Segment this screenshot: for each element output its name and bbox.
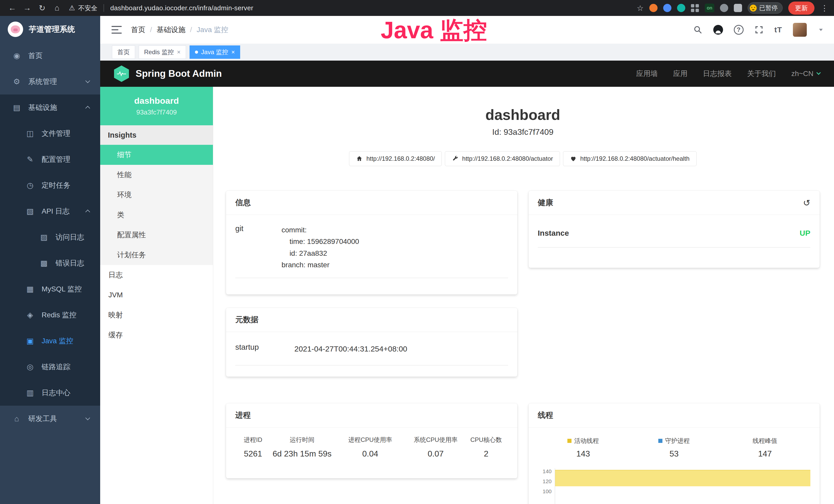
threads-legend: 活动线程 143 守护进程 53 线程峰值 — [538, 429, 811, 459]
sidebar-item-api-logs[interactable]: ▧ API 日志 — [0, 198, 100, 224]
sidebar-item-system-mgmt[interactable]: ⚙ 系统管理 — [0, 69, 100, 94]
instance-id: 93a3fc7f7409 — [136, 108, 177, 116]
metadata-row: startup 2021-04-27T00:44:31.254+08:00 — [235, 334, 508, 365]
health-heart-icon — [570, 155, 577, 162]
y-tick: 100 — [543, 488, 551, 495]
site-security[interactable]: ⚠ 不安全 — [69, 4, 97, 12]
sba-item-metrics[interactable]: 性能 — [100, 165, 213, 185]
extension-icon[interactable] — [663, 4, 672, 12]
breadcrumb-home[interactable]: 首页 — [131, 25, 146, 35]
emoji-face-icon — [750, 5, 757, 12]
actuator-url-button[interactable]: http://192.168.0.2:48080/actuator — [445, 151, 560, 166]
column-header: 运行时间 — [271, 429, 333, 444]
extension-icon[interactable] — [677, 4, 685, 12]
fullscreen-icon[interactable] — [754, 25, 764, 35]
legend-label: 线程峰值 — [752, 437, 777, 445]
y-tick: 120 — [543, 478, 551, 484]
nav-applications[interactable]: 应用 — [673, 69, 687, 78]
nav-wallboard[interactable]: 应用墙 — [636, 69, 658, 78]
sba-item-mappings[interactable]: 映射 — [100, 305, 213, 325]
column-header: 系统CPU使用率 — [407, 429, 464, 444]
avatar-caret-icon[interactable] — [819, 29, 823, 31]
tab-home[interactable]: 首页 — [112, 45, 135, 59]
browser-menu-icon[interactable]: ⋮ — [821, 4, 828, 13]
instance-name: dashboard — [134, 96, 179, 106]
sidebar-item-access-logs[interactable]: ▨ 访问日志 — [0, 224, 100, 250]
chevron-down-icon — [816, 71, 821, 75]
nav-about[interactable]: 关于我们 — [747, 69, 776, 78]
sidebar-item-home[interactable]: ◉ 首页 — [0, 43, 100, 69]
reload-icon[interactable]: ↻ — [36, 3, 49, 13]
chevron-up-icon — [85, 209, 90, 214]
forward-icon[interactable]: → — [21, 3, 34, 13]
breadcrumb-separator: / — [150, 26, 152, 34]
sba-instance-header[interactable]: dashboard 93a3fc7f7409 — [100, 87, 213, 125]
sba-item-scheduled-tasks[interactable]: 计划任务 — [100, 245, 213, 265]
sba-item-configprops[interactable]: 配置属性 — [100, 225, 213, 245]
health-url-button[interactable]: http://192.168.0.2:48080/actuator/health — [563, 151, 697, 166]
extensions-puzzle-icon[interactable] — [734, 4, 742, 12]
address-bar[interactable]: dashboard.yudao.iocoder.cn/infra/admin-s… — [110, 4, 253, 12]
sidebar-item-dev-tools[interactable]: ⌂ 研发工具 — [0, 406, 100, 432]
sidebar-item-cron-jobs[interactable]: ◷ 定时任务 — [0, 172, 100, 198]
extension-icon[interactable] — [720, 4, 728, 12]
tab-redis-monitor[interactable]: Redis 监控 × — [139, 45, 186, 59]
sidebar-item-java-monitor[interactable]: ▣ Java 监控 — [0, 328, 100, 354]
sidebar-item-config-mgmt[interactable]: ✎ 配置管理 — [0, 146, 100, 172]
log-center-icon: ▥ — [25, 388, 35, 397]
chart-y-axis: 140 120 100 — [538, 468, 555, 504]
sba-item-caches[interactable]: 缓存 — [100, 325, 213, 345]
sba-item-details[interactable]: 细节 — [100, 145, 213, 165]
instance-url-button[interactable]: http://192.168.0.2:48080/ — [349, 151, 442, 166]
help-icon[interactable]: ? — [734, 25, 744, 35]
sba-item-logs[interactable]: 日志 — [100, 265, 213, 285]
dashboard-icon: ◉ — [12, 51, 22, 60]
card-title: 线程 — [538, 410, 553, 420]
language-select[interactable]: zh~CN — [791, 70, 820, 78]
chevron-down-icon — [85, 78, 90, 83]
bookmark-star-icon[interactable]: ☆ — [637, 4, 644, 13]
extension-icon[interactable] — [649, 4, 658, 12]
sidebar-item-log-center[interactable]: ▥ 日志中心 — [0, 380, 100, 406]
app-logo[interactable]: 芋道管理系统 — [0, 16, 100, 43]
breadcrumb-infrastructure[interactable]: 基础设施 — [157, 25, 185, 35]
extension-grid-icon[interactable] — [691, 4, 699, 12]
metadata-value: 2021-04-27T00:44:31.254+08:00 — [294, 343, 408, 356]
close-icon[interactable]: × — [177, 48, 180, 56]
extension-on-badge[interactable]: on — [705, 4, 714, 12]
sba-item-classes[interactable]: 类 — [100, 205, 213, 225]
legend-item: 线程峰值 147 — [720, 437, 810, 459]
legend-value: 147 — [720, 449, 810, 459]
close-icon[interactable]: × — [231, 48, 235, 56]
history-icon[interactable]: ↺ — [803, 199, 811, 207]
sidebar-item-label: Redis 监控 — [42, 310, 76, 320]
sba-item-environment[interactable]: 环境 — [100, 185, 213, 205]
sidebar-item-label: API 日志 — [42, 206, 70, 216]
active-threads-area-series — [555, 470, 811, 486]
nav-journal[interactable]: 日志报表 — [703, 69, 732, 78]
sba-nav: 应用墙 应用 日志报表 关于我们 zh~CN — [636, 69, 820, 78]
search-icon[interactable] — [693, 25, 702, 35]
update-button[interactable]: 更新 — [788, 2, 814, 15]
sidebar-item-file-mgmt[interactable]: ◫ 文件管理 — [0, 120, 100, 146]
sidebar-item-label: 日志中心 — [42, 388, 70, 398]
sba-item-jvm[interactable]: JVM — [100, 285, 213, 305]
tab-java-monitor[interactable]: Java 监控 × — [190, 45, 240, 59]
sidebar-item-infrastructure[interactable]: ▤ 基础设施 — [0, 94, 100, 120]
hamburger-icon[interactable] — [111, 26, 122, 33]
github-icon[interactable] — [713, 25, 723, 35]
gear-icon: ⚙ — [12, 77, 22, 86]
sidebar-item-error-logs[interactable]: ▩ 错误日志 — [0, 250, 100, 276]
sba-sidebar: dashboard 93a3fc7f7409 Insights 细节 性能 环境… — [100, 87, 213, 504]
tag-tabs: 首页 Redis 监控 × Java 监控 × — [100, 44, 834, 61]
sidebar-item-redis-monitor[interactable]: ◈ Redis 监控 — [0, 302, 100, 328]
paused-badge[interactable]: 已暂停 — [748, 2, 783, 14]
info-card: 信息 git commit: time: 1596289704000 id: 2… — [226, 191, 517, 295]
back-icon[interactable]: ← — [6, 3, 19, 13]
avatar[interactable] — [793, 23, 807, 37]
legend-swatch-daemon-threads — [658, 439, 662, 443]
font-size-icon[interactable]: tT — [774, 25, 782, 34]
sidebar-item-trace[interactable]: ◎ 链路追踪 — [0, 354, 100, 380]
home-icon[interactable]: ⌂ — [50, 3, 64, 13]
sidebar-item-mysql-monitor[interactable]: ▦ MySQL 监控 — [0, 276, 100, 302]
